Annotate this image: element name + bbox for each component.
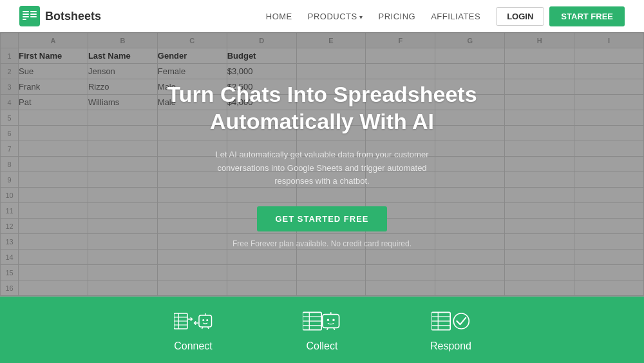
respond-label: Respond (430, 340, 471, 352)
feature-collect: Collect (258, 308, 386, 352)
svg-rect-7 (30, 16, 37, 17)
logo-text: Botsheets (45, 10, 101, 23)
svg-rect-0 (19, 6, 40, 26)
collect-icon (303, 308, 341, 334)
svg-rect-2 (23, 14, 29, 15)
svg-point-35 (453, 313, 469, 329)
svg-rect-3 (23, 16, 29, 17)
svg-point-15 (206, 319, 208, 321)
logo-icon (19, 6, 40, 26)
hero-subtitle: Let AI automatically get valuable data f… (200, 148, 444, 188)
nav-pricing[interactable]: PRICING (379, 12, 416, 21)
svg-point-14 (202, 319, 204, 321)
feature-connect: Connect (129, 308, 258, 352)
feature-respond: Respond (386, 308, 515, 352)
svg-point-26 (332, 319, 334, 320)
nav-affiliates[interactable]: AFFILIATES (431, 12, 480, 21)
connect-icon (174, 308, 213, 334)
nav-products[interactable]: PRODUCTS (308, 12, 363, 21)
nav-home[interactable]: HOME (266, 12, 292, 21)
svg-rect-4 (23, 19, 26, 20)
svg-rect-5 (30, 11, 37, 12)
hero-overlay: Turn Chats Into Spreadsheets Automatical… (0, 32, 644, 297)
svg-point-25 (327, 319, 329, 320)
svg-rect-6 (30, 14, 37, 15)
logo: Botsheets (19, 6, 101, 26)
hero-title: Turn Chats Into Spreadsheets Automatical… (167, 81, 477, 135)
svg-rect-1 (23, 11, 29, 12)
login-button[interactable]: LOGIN (496, 7, 544, 26)
respond-icon (431, 308, 470, 334)
start-free-button[interactable]: START FREE (549, 6, 625, 26)
hero-note: Free Forever plan available. No credit c… (232, 239, 412, 248)
connect-label: Connect (174, 340, 213, 352)
svg-rect-24 (323, 314, 339, 328)
svg-rect-13 (199, 315, 212, 327)
nav-links: HOME PRODUCTS PRICING AFFILIATES (266, 12, 480, 21)
get-started-button[interactable]: GET STARTED FREE (257, 206, 386, 231)
navbar: Botsheets HOME PRODUCTS PRICING AFFILIAT… (0, 0, 644, 32)
collect-label: Collect (307, 340, 338, 352)
features-section: Connect Collect (0, 297, 644, 363)
